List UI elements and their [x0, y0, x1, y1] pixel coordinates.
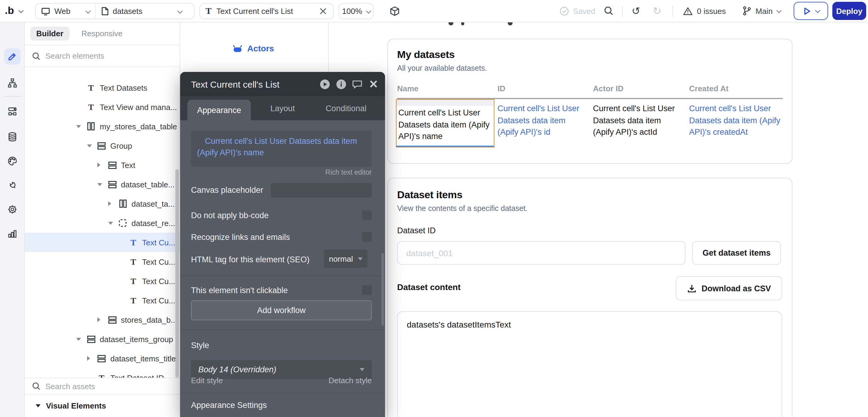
tree-item[interactable]: dataset_items_group	[25, 329, 180, 349]
data-tab-button[interactable]	[4, 129, 21, 145]
preview-button[interactable]	[794, 2, 828, 20]
close-icon[interactable]	[320, 8, 327, 14]
rich-text-editor-link[interactable]: Rich text editor	[326, 169, 372, 176]
branch-selector[interactable]: Main	[742, 0, 780, 22]
property-editor-header[interactable]: Text Current cell's List	[180, 72, 385, 96]
tree-item[interactable]: TText Cu...	[25, 252, 180, 271]
components-tab-button[interactable]	[4, 103, 21, 120]
tree-item[interactable]: my_stores_data_table	[25, 117, 180, 136]
tab-responsive[interactable]: Responsive	[75, 27, 129, 40]
comment-icon[interactable]	[352, 78, 363, 90]
expand-down-icon[interactable]	[97, 183, 107, 186]
tab-appearance[interactable]: Appearance	[187, 100, 251, 120]
plugins-tab-button[interactable]	[4, 177, 21, 193]
expand-down-icon[interactable]	[76, 125, 87, 128]
tree-item-label: dataset_items_title	[110, 354, 176, 363]
tab-conditional[interactable]: Conditional	[314, 96, 378, 120]
search-button[interactable]	[604, 0, 614, 22]
not-clickable-checkbox[interactable]	[362, 285, 372, 295]
deploy-button[interactable]: Deploy	[832, 2, 866, 20]
page-dropdown[interactable]: datasets	[95, 4, 194, 19]
save-status: Saved	[560, 0, 595, 22]
close-icon[interactable]	[368, 78, 379, 90]
edit-style-link[interactable]: Edit style	[191, 376, 223, 385]
info-icon[interactable]	[336, 78, 346, 90]
component-library-button[interactable]	[390, 0, 400, 22]
expand-right-icon[interactable]	[108, 201, 118, 206]
bubble-logo-menu[interactable]: .b	[5, 0, 22, 22]
bb-code-checkbox[interactable]	[362, 210, 372, 220]
redo-button[interactable]: ↻	[653, 0, 661, 22]
styles-tab-button[interactable]	[4, 153, 21, 169]
tree-item[interactable]: TText Cu...	[25, 233, 180, 252]
get-dataset-items-button[interactable]: Get dataset items	[692, 241, 781, 265]
tree-item[interactable]: TText Cu...	[25, 271, 180, 291]
logs-tab-button[interactable]	[4, 225, 21, 242]
robot-icon	[233, 44, 242, 53]
html-tag-dropdown[interactable]: normal	[324, 250, 368, 268]
design-tab-button[interactable]	[4, 49, 21, 65]
search-icon	[32, 382, 40, 390]
settings-tab-button[interactable]	[4, 201, 21, 218]
tree-item[interactable]: dataset_re...	[25, 213, 180, 233]
tree-item[interactable]: dataset_ta...	[25, 194, 180, 213]
tree-item[interactable]: stores_data_b...	[25, 310, 180, 329]
expand-down-icon[interactable]	[108, 222, 118, 225]
selected-text-element[interactable]: Current cell's List User Datasets data i…	[396, 99, 494, 148]
card-title: Dataset items	[397, 189, 783, 201]
table-cell-created-at[interactable]: Current cell's List User Datasets data i…	[689, 103, 790, 138]
expand-down-icon[interactable]	[76, 338, 87, 341]
issues-button[interactable]: 0 issues	[683, 0, 726, 22]
tree-scrollbar[interactable]	[175, 169, 179, 378]
tree-item[interactable]: Text	[25, 155, 180, 175]
tab-layout[interactable]: Layout	[251, 96, 314, 120]
element-tab[interactable]: T Text Current cell's List	[199, 3, 334, 19]
card-subtitle: All your available datasets.	[397, 64, 783, 72]
search-assets-row[interactable]: Search assets	[25, 378, 180, 394]
appearance-settings-label: Appearance Settings	[191, 401, 267, 410]
sidebar-item-actors[interactable]: Actors	[233, 43, 274, 53]
table-cell-id[interactable]: Current cell's List User Datasets data i…	[497, 103, 586, 138]
tree-item-label: Text Cu...	[142, 296, 175, 305]
divider	[180, 393, 385, 393]
rows-element-icon	[107, 181, 117, 188]
add-workflow-button[interactable]: Add workflow	[191, 300, 372, 320]
canvas-placeholder-input[interactable]	[271, 183, 372, 198]
preview-play-icon[interactable]	[319, 78, 330, 90]
style-label: Style	[191, 341, 209, 350]
tree-item[interactable]: TText Cu...	[25, 291, 180, 310]
expand-right-icon[interactable]	[97, 163, 107, 167]
element-bottom-highlight	[397, 146, 494, 147]
detach-style-link[interactable]: Detach style	[329, 376, 372, 385]
page-icon	[101, 7, 108, 16]
tree-item[interactable]: Group	[25, 136, 180, 155]
undo-button[interactable]: ↺	[632, 0, 641, 22]
zoom-dropdown[interactable]: 100%	[339, 3, 374, 19]
workflow-tab-button[interactable]	[4, 75, 21, 91]
text-element-icon: T	[87, 84, 95, 92]
dataset-id-input[interactable]: dataset_001	[397, 241, 685, 265]
table-cell-actor-id: Current cell's List User Datasets data i…	[593, 103, 681, 138]
text-expression-box[interactable]: Current cell's List User Datasets data i…	[191, 131, 372, 167]
expand-down-icon[interactable]	[87, 144, 97, 147]
rows-element-icon	[87, 335, 95, 343]
chevron-down-icon	[815, 8, 820, 13]
dataset-content-box[interactable]: datasets's datasetItemsText	[397, 311, 782, 417]
download-csv-button[interactable]: Download as CSV	[676, 276, 782, 300]
rail-divider	[4, 96, 21, 97]
tab-builder[interactable]: Builder	[30, 27, 69, 40]
tree-item[interactable]: TText Datasets	[25, 78, 180, 97]
tree-item[interactable]: dataset_table...	[25, 175, 180, 194]
property-editor-scrollbar[interactable]	[381, 253, 384, 326]
clipped-text-fragment	[461, 22, 464, 25]
platform-dropdown[interactable]: Web	[36, 4, 95, 19]
expand-right-icon[interactable]	[87, 356, 97, 361]
expand-right-icon[interactable]	[97, 317, 107, 322]
tree-item[interactable]: TText View and mana...	[25, 97, 180, 117]
search-elements-row[interactable]: Search elements	[25, 45, 180, 67]
recognize-links-checkbox[interactable]	[362, 232, 372, 242]
visual-elements-section[interactable]: Visual Elements	[25, 394, 180, 417]
section-label: Visual Elements	[46, 401, 106, 410]
dataset-items-card: Dataset items View the contents of a spe…	[388, 178, 793, 417]
tree-item[interactable]: dataset_items_title	[25, 349, 180, 368]
